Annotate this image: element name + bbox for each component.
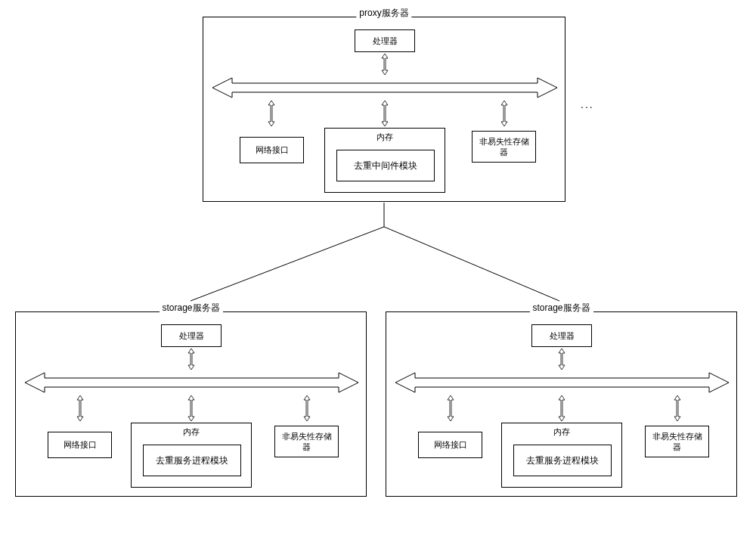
bus-arrow (211, 76, 559, 99)
ellipsis: ... (581, 98, 594, 110)
storage1-title: storage服务器 (159, 302, 222, 315)
arrow-bus-storage (500, 99, 508, 128)
processor-box: 处理器 (161, 324, 222, 347)
dedup-middleware-module: 去重中间件模块 (336, 150, 435, 181)
nonvolatile-storage: 非易失性存储器 (274, 426, 339, 457)
arrow-processor-bus (381, 52, 389, 76)
arrow-bus-network (268, 99, 275, 128)
memory-label: 内存 (553, 426, 570, 438)
network-interface: 网络接口 (48, 432, 112, 458)
arrow-bus-memory (558, 394, 565, 423)
memory-label: 内存 (376, 132, 393, 143)
memory-box: 内存 去重服务进程模块 (501, 423, 622, 488)
arrow-bus-memory (187, 394, 195, 423)
dedup-service-module: 去重服务进程模块 (143, 445, 241, 476)
storage-server-1: storage服务器 处理器 网络接口 内存 去重服务进程模块 非易失性存储器 (15, 311, 367, 497)
proxy-title: proxy服务器 (356, 7, 411, 20)
memory-box: 内存 去重中间件模块 (324, 128, 445, 193)
proxy-server: proxy服务器 处理器 网络接口 内存 去重中间件模块 非易失性存储器 (203, 17, 565, 202)
arrow-processor-bus (558, 347, 565, 371)
svg-line-1 (191, 227, 384, 301)
storage2-title: storage服务器 (529, 302, 593, 315)
memory-label: 内存 (183, 426, 200, 438)
bus-arrow (23, 371, 360, 394)
nonvolatile-storage: 非易失性存储器 (472, 131, 536, 163)
bus-arrow (394, 371, 730, 394)
arrow-bus-storage (674, 394, 681, 423)
storage-server-2: storage服务器 处理器 网络接口 内存 去重服务进程模块 非易失性存储器 (386, 311, 737, 497)
arrow-bus-storage (303, 394, 311, 423)
svg-line-2 (384, 227, 559, 301)
arrow-processor-bus (187, 347, 195, 371)
memory-box: 内存 去重服务进程模块 (131, 423, 252, 488)
arrow-bus-network (447, 394, 454, 423)
arrow-bus-memory (381, 99, 389, 128)
processor-box: 处理器 (531, 324, 592, 347)
processor-box: 处理器 (355, 29, 415, 52)
network-interface: 网络接口 (240, 137, 304, 163)
network-interface: 网络接口 (418, 432, 482, 458)
nonvolatile-storage: 非易失性存储器 (645, 426, 709, 457)
dedup-service-module: 去重服务进程模块 (513, 445, 612, 476)
arrow-bus-network (76, 394, 84, 423)
